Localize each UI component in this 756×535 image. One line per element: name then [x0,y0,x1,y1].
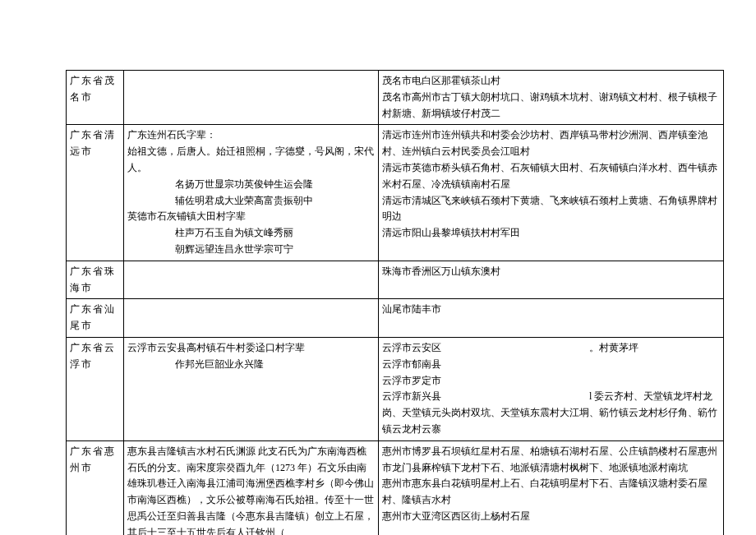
detail-cell: 云浮市云安区 。村黄茅坪云浮市郁南县云浮市罗定市云浮市新兴县 l 委云齐村、天堂… [379,337,724,440]
table-row: 广东省云浮市云浮市云安县高村镇石牛村委迳口村字辈作邦光巨韶业永兴隆云浮市云安区 … [67,337,724,440]
detail-cell: 清远市连州市连州镇共和村委会沙坊村、西岸镇马带村沙洲洞、西岸镇奎池村、连州镇白云… [379,125,724,261]
description-cell [124,261,379,299]
table-row: 广东省惠州市惠东县吉隆镇吉水村石氏渊源 此支石氏为广东南海西樵石氏的分支。南宋度… [67,440,724,535]
description-cell [124,299,379,338]
description-cell: 云浮市云安县高村镇石牛村委迳口村字辈作邦光巨韶业永兴隆 [124,337,379,440]
description-cell: 广东连州石氏字辈：始祖文德，后唐人。始迁祖照桐，字德燮，号风阁，宋代人。名扬万世… [124,125,379,261]
region-cell: 广东省茂名市 [67,71,124,125]
text-line: 云浮市云安县高村镇石牛村委迳口村字辈 [127,340,375,357]
detail-cell: 珠海市香洲区万山镇东澳村 [379,261,724,299]
region-cell: 广东省云浮市 [67,337,124,440]
text-line: 名扬万世显宗功英俊钟生运会隆 [127,177,375,193]
detail-cell: 汕尾市陆丰市 [379,299,724,338]
table-row: 广东省茂名市茂名市电白区那霍镇茶山村茂名市高州市古丁镇大朗村坑口、谢鸡镇木坑村、… [67,71,724,125]
detail-cell: 茂名市电白区那霍镇茶山村茂名市高州市古丁镇大朗村坑口、谢鸡镇木坑村、谢鸡镇文村村… [379,71,724,125]
text-line: 广东连州石氏字辈： [127,127,375,144]
region-cell: 广东省汕尾市 [67,299,124,338]
region-cell: 广东省惠州市 [67,440,124,535]
table-row: 广东省汕尾市汕尾市陆丰市 [67,299,724,338]
detail-cell: 惠州市博罗县石坝镇红星村石屋、柏塘镇石湖村石屋、公庄镇鹊楼村石屋惠州市龙门县麻榨… [379,440,724,535]
description-cell [124,71,379,125]
region-cell: 广东省珠海市 [67,261,124,299]
table-row: 广东省珠海市珠海市香洲区万山镇东澳村 [67,261,724,299]
text-line: 柱声万石玉自为镇文峰秀丽 [127,225,375,242]
table-row: 广东省清远市广东连州石氏字辈：始祖文德，后唐人。始迁祖照桐，字德燮，号风阁，宋代… [67,125,724,261]
text-line: 朝辉远望连昌永世学宗可宁 [127,242,375,258]
text-line: 作邦光巨韶业永兴隆 [127,357,375,373]
region-cell: 广东省清远市 [67,125,124,261]
description-cell: 惠东县吉隆镇吉水村石氏渊源 此支石氏为广东南海西樵石氏的分支。南宋度宗癸酉九年（… [124,440,379,535]
text-line: 英德市石灰铺镇大田村字辈 [127,209,375,225]
data-table: 广东省茂名市茂名市电白区那霍镇茶山村茂名市高州市古丁镇大朗村坑口、谢鸡镇木坑村、… [66,70,724,535]
text-line: 始祖文德，后唐人。始迁祖照桐，字德燮，号风阁，宋代人。 [127,144,375,177]
text-line: 辅佐明君成大业荣高富贵振朝中 [127,193,375,210]
